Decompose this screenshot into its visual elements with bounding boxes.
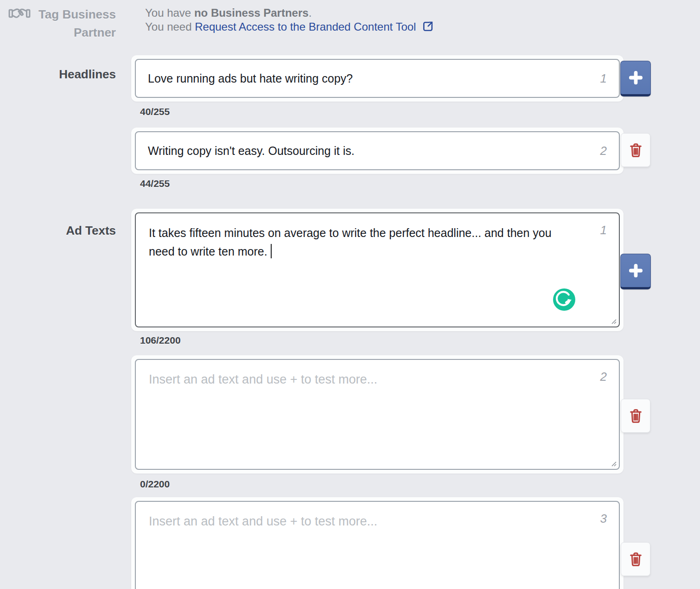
external-link-icon xyxy=(421,20,434,36)
plus-icon xyxy=(628,263,643,278)
add-ad-text-button[interactable] xyxy=(620,254,651,289)
field-index-badge: 2 xyxy=(600,367,607,386)
ad-text-placeholder: Insert an ad text and use + to test more… xyxy=(149,370,573,389)
delete-ad-text-2-button[interactable] xyxy=(621,399,650,433)
headline-value-1: Love running ads but hate writing copy? xyxy=(148,72,353,85)
status-line-1: You have no Business Partners. xyxy=(145,6,434,20)
status-line-2: You need Request Access to the Branded C… xyxy=(145,20,434,36)
delete-ad-text-3-button[interactable] xyxy=(621,542,650,576)
add-headline-button[interactable] xyxy=(620,61,651,96)
field-index-badge: 1 xyxy=(600,221,607,239)
ad-text-textarea-3[interactable]: Insert an ad text and use + to test more… xyxy=(135,501,620,589)
headline-value-2: Writing copy isn't easy. Outsourcing it … xyxy=(148,144,355,158)
resize-handle-icon[interactable] xyxy=(609,459,617,467)
branded-content-tool-link[interactable]: Request Access to the Branded Content To… xyxy=(195,20,416,33)
field-index-badge: 1 xyxy=(600,71,607,86)
ad-texts-label: Ad Texts xyxy=(0,224,116,238)
ad-builder-panel: Tag Business Partner You have no Busines… xyxy=(0,0,700,589)
tag-business-partner-label: Tag Business Partner xyxy=(26,6,116,42)
resize-handle-icon[interactable] xyxy=(609,317,617,324)
ad-text-textarea-1[interactable]: It takes fifteen minutes on average to w… xyxy=(135,212,620,327)
headline-counter-1: 40/255 xyxy=(140,106,170,117)
headline-field-2: Writing copy isn't easy. Outsourcing it … xyxy=(131,128,624,174)
trash-icon xyxy=(629,142,643,158)
ad-text-counter-1: 106/2200 xyxy=(140,335,181,346)
plus-icon xyxy=(628,70,643,85)
ad-text-field-1: It takes fifteen minutes on average to w… xyxy=(131,209,624,331)
headline-input-1[interactable]: Love running ads but hate writing copy? … xyxy=(135,59,620,98)
field-index-badge: 3 xyxy=(600,509,607,528)
text-caret xyxy=(271,244,272,258)
headline-input-2[interactable]: Writing copy isn't easy. Outsourcing it … xyxy=(135,131,620,170)
headline-counter-2: 44/255 xyxy=(140,178,170,189)
field-index-badge: 2 xyxy=(600,144,607,158)
ad-text-value-1: It takes fifteen minutes on average to w… xyxy=(149,226,552,258)
ad-text-field-2: Insert an ad text and use + to test more… xyxy=(131,355,624,474)
ad-text-placeholder: Insert an ad text and use + to test more… xyxy=(149,512,573,531)
ad-text-counter-2: 0/2200 xyxy=(140,479,170,490)
business-partner-status: You have no Business Partners. You need … xyxy=(145,6,434,36)
headline-field-1: Love running ads but hate writing copy? … xyxy=(131,55,624,102)
ad-text-textarea-2[interactable]: Insert an ad text and use + to test more… xyxy=(135,359,620,470)
grammarly-icon[interactable] xyxy=(553,288,575,311)
trash-icon xyxy=(629,551,643,567)
headlines-label: Headlines xyxy=(0,67,116,82)
ad-text-field-3: Insert an ad text and use + to test more… xyxy=(131,497,624,589)
trash-icon xyxy=(629,408,643,423)
delete-headline-2-button[interactable] xyxy=(621,133,650,167)
